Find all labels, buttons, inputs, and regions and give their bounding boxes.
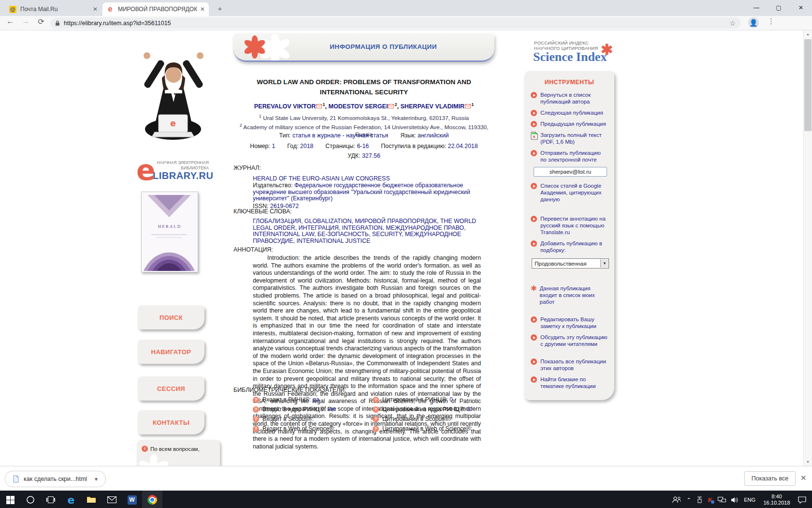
help-icon[interactable]: ?	[373, 397, 379, 403]
journal-cover-thumbnail[interactable]: HERALD	[141, 192, 198, 272]
publisher-label: Издательство:	[253, 182, 293, 189]
network-icon[interactable]	[718, 497, 726, 503]
tray-chevron-up-icon[interactable]: ⌃	[687, 497, 691, 503]
scroll-down-icon[interactable]: ▼	[804, 458, 812, 466]
tool-add-to-collection[interactable]: Добавить публикацию в подборку:	[531, 240, 608, 254]
browser-tab-strip: @ Почта Mail.Ru ✕ e МИРОВОЙ ПРАВОПОРЯДОК…	[0, 0, 812, 16]
keywords-block: ГЛОБАЛИЗАЦИЯ, GLOBALIZATION, МИРОВОЙ ПРА…	[253, 218, 481, 244]
language-indicator[interactable]: ENG	[744, 497, 755, 503]
word-icon[interactable]: W	[122, 491, 142, 508]
help-icon[interactable]: ?	[253, 416, 259, 422]
tool-translate-annotation[interactable]: Перевести аннотацию на русский язык с по…	[531, 215, 608, 236]
tool-in-my-works[interactable]: ✱Данная публикация входит в список моих …	[531, 285, 608, 305]
file-icon	[12, 475, 20, 483]
author-link[interactable]: PEREVALOV VIKTOR	[254, 103, 316, 110]
meta-label: Поступила в редакцию:	[381, 143, 446, 149]
chrome-icon[interactable]	[142, 491, 162, 508]
tool-previous-publication[interactable]: Предыдущая публикация	[531, 120, 608, 127]
author-link[interactable]: MODESTOV SERGEI	[328, 103, 388, 110]
tool-google-scholar-citations[interactable]: Список статей в Google Академия, цитирую…	[531, 182, 608, 203]
mail-icon[interactable]	[102, 491, 122, 508]
help-icon[interactable]: ?	[373, 426, 379, 432]
journal-cover-title: HERALD	[142, 224, 198, 229]
window-minimize-button[interactable]: —	[745, 0, 768, 16]
email-envelope-icon[interactable]	[316, 104, 322, 108]
refresh-button[interactable]: ⟳	[35, 17, 47, 26]
collection-select[interactable]: Продовольственная ▼	[532, 258, 609, 269]
page-scrollbar[interactable]: ▲ ▼	[803, 30, 812, 466]
help-icon[interactable]: ?	[253, 397, 259, 403]
tab-mailru[interactable]: @ Почта Mail.Ru ✕	[5, 2, 102, 16]
sidebar-item-search[interactable]: ПОИСК	[138, 305, 204, 329]
new-tab-button[interactable]: +	[214, 3, 226, 14]
info-icon: i	[142, 446, 148, 452]
window-close-button[interactable]: ✕	[790, 0, 812, 16]
chevron-down-icon[interactable]: ▼	[94, 477, 99, 482]
tab-close-icon[interactable]: ✕	[93, 6, 98, 13]
browser-menu-icon[interactable]: ⋮	[768, 17, 775, 26]
tool-find-similar-publications[interactable]: Найти близкие по тематике публикации	[531, 376, 608, 389]
help-icon[interactable]: ?	[373, 416, 379, 422]
tab-elibrary-active[interactable]: e МИРОВОЙ ПРАВОПОРЯДОК: ПР ✕	[102, 2, 209, 16]
help-icon[interactable]: ?	[373, 406, 379, 413]
start-button[interactable]	[0, 491, 20, 508]
scroll-up-icon[interactable]: ▲	[804, 30, 812, 38]
tool-back-to-author-list[interactable]: Вернуться в список публикаций автора	[531, 91, 608, 105]
tab-close-icon[interactable]: ✕	[200, 6, 205, 13]
tool-edit-note[interactable]: Редактировать Вашу заметку к публикации	[531, 316, 608, 329]
download-filename: как сделать скри...html	[24, 476, 87, 482]
help-icon[interactable]: ?	[253, 406, 259, 413]
tool-show-all-author-publications[interactable]: Показать все публикации этих авторов	[531, 358, 608, 372]
file-explorer-icon[interactable]	[81, 491, 102, 508]
svg-text:e: e	[170, 119, 176, 128]
tool-discuss-publication[interactable]: Обсудить эту публикацию с другими читате…	[531, 334, 608, 347]
science-index-asterisk-icon: ✱	[601, 41, 613, 58]
device-tray-icon[interactable]	[696, 496, 703, 503]
meta-row-issue: Номер: 1 Год: 2018 Страницы: 6-16 Поступ…	[233, 143, 494, 149]
play-icon	[531, 334, 537, 341]
forward-button[interactable]: →	[19, 17, 32, 26]
meta-value: 2018	[300, 143, 314, 149]
bibliometrics-section-label: БИБЛИОМЕТРИЧЕСКИЕ ПОКАЗАТЕЛИ:	[233, 387, 346, 393]
email-field[interactable]: sherpaev@list.ru	[534, 167, 607, 177]
edge-icon[interactable]: e	[61, 491, 81, 508]
task-view-icon[interactable]	[41, 491, 61, 508]
chevron-down-icon: ▼	[600, 259, 609, 268]
meta-value: статья в журнале - научная статья	[292, 132, 388, 139]
people-icon[interactable]	[672, 496, 682, 503]
collection-selected-value: Продовольственная	[532, 261, 600, 267]
author-sup: 1	[471, 102, 474, 107]
email-envelope-icon[interactable]	[388, 104, 394, 108]
elibrary-favicon-icon: e	[106, 5, 114, 13]
author-link[interactable]: SHERPAEV VLADIMIR	[400, 103, 464, 110]
cortana-search-icon[interactable]	[20, 491, 41, 508]
volume-icon[interactable]	[731, 497, 739, 503]
close-download-bar-icon[interactable]: ✕	[800, 474, 807, 482]
scrollbar-thumb[interactable]	[804, 39, 812, 131]
download-item[interactable]: как сделать скри...html ▼	[5, 471, 106, 487]
sidebar-item-session[interactable]: СЕССИЯ	[138, 376, 204, 401]
bookmark-star-icon[interactable]: ☆	[729, 19, 736, 27]
sidebar-item-navigator[interactable]: НАВИГАТОР	[138, 340, 204, 364]
tool-download-pdf[interactable]: A Загрузить полный текст (PDF, 1,6 Mb)	[531, 132, 608, 145]
kaspersky-tray-icon[interactable]: K	[708, 496, 712, 504]
meta-value: 22.04.2018	[448, 143, 478, 149]
tool-send-by-email[interactable]: Отправить публикацию по электронной почт…	[531, 149, 608, 163]
show-all-downloads-button[interactable]: Показать все	[744, 471, 796, 486]
address-bar[interactable]: https://elibrary.ru/item.asp?id=35611015…	[50, 17, 740, 29]
rsci-line1: РОССИЙСКИЙ ИНДЕКС	[534, 40, 589, 45]
sidebar-item-contacts[interactable]: КОНТАКТЫ	[138, 410, 204, 434]
journal-name-link[interactable]: HERALD OF THE EURO-ASIAN LAW CONGRESS	[253, 175, 481, 182]
tool-next-publication[interactable]: Следующая публикация	[531, 109, 608, 116]
affiliation-line[interactable]: 1 Ural State Law University, 21 Komsomol…	[233, 113, 494, 122]
profile-avatar[interactable]: 👤	[748, 17, 759, 28]
help-icon[interactable]: ?	[253, 426, 259, 432]
svg-text:A: A	[533, 135, 535, 138]
keywords-links[interactable]: ГЛОБАЛИЗАЦИЯ, GLOBALIZATION, МИРОВОЙ ПРА…	[253, 218, 481, 244]
email-envelope-icon[interactable]	[465, 104, 471, 108]
action-center-icon[interactable]	[798, 496, 806, 504]
elibrary-flower-icon	[242, 34, 295, 60]
taskbar-clock[interactable]: 8:40 16.10.2018	[761, 493, 793, 506]
back-button[interactable]: ←	[4, 17, 16, 26]
window-maximize-button[interactable]: ▢	[768, 0, 790, 16]
